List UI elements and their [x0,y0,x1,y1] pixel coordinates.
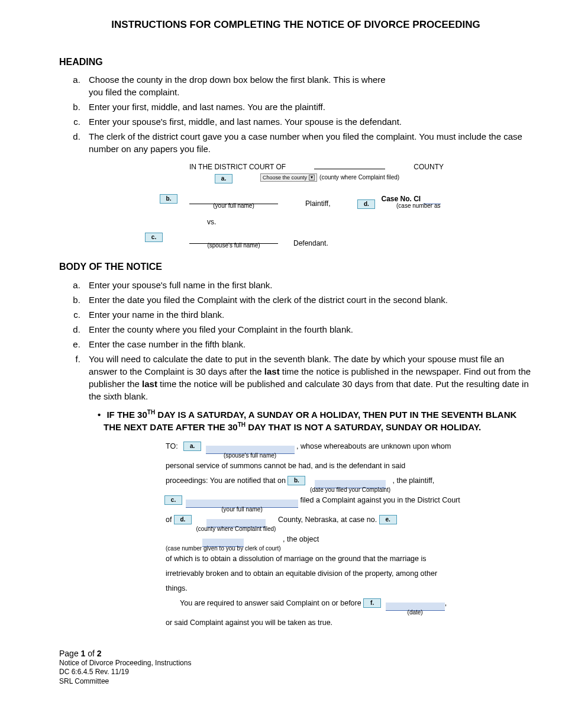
caption: (county where Complaint filed) [319,173,399,182]
chevron-down-icon: ▼ [309,175,315,181]
marker-d: d. [357,199,375,209]
label: IN THE DISTRICT COURT OF [189,162,286,172]
text: County, Nebraska, at case no. [278,516,379,524]
instr-item: Enter your spouse's full name in the fir… [83,279,532,291]
instr-item: Enter the case number in the fifth blank… [83,338,532,350]
form-body-mock: TO: a. (spouse's full name) , whose wher… [166,439,506,630]
marker-c: c. [164,495,182,505]
text: filed a Complaint against you in the Dis… [300,496,460,504]
text: of [166,516,174,524]
instr-item: Enter the date you filed the Complaint w… [83,294,532,306]
caption: (date you filed your Complaint) [310,487,390,493]
text: You are required to answer said Complain… [180,599,363,607]
form-header-mock: IN THE DISTRICT COURT OF COUNTY a. Choos… [189,161,444,249]
page-title: INSTRUCTIONS FOR COMPLETING THE NOTICE O… [59,18,532,32]
heading-instructions: Choose the county in the drop down box b… [83,73,532,155]
instr-item: Choose the county in the drop down box b… [83,73,402,98]
text: irretrievably broken and to obtain an eq… [166,566,506,581]
text: , whose whereabouts are unknown upon who… [296,442,451,450]
note-30th-day: IF THE 30TH DAY IS A SATURDAY, A SUNDAY … [104,408,532,433]
text: personal service of summons cannot be ha… [166,459,506,473]
footer-line: Notice of Divorce Proceeding, Instructio… [59,659,532,668]
marker-b: b. [160,194,177,204]
text: or said Complaint against you will be ta… [166,616,506,630]
text: things. [166,581,506,596]
marker-a: a. [183,442,201,451]
label: Case No. CI [381,195,421,203]
caption: (county where Complaint filed) [196,526,276,532]
county-dropdown[interactable]: Choose the county▼ [260,173,317,182]
text: of which is to obtain a dissolution of m… [166,552,506,566]
label: Defendant. [293,239,328,249]
section-body-label: BODY OF THE NOTICE [59,260,532,273]
label: TO: [166,442,178,450]
text: , the object [283,535,319,543]
text: , the plaintiff, [393,476,435,485]
marker-c: c. [145,233,163,242]
instr-item: Enter your spouse's first, middle, and l… [83,115,402,128]
marker-e: e. [379,515,397,524]
instr-item: You will need to calculate the date to p… [83,353,532,402]
instr-item: Enter your name in the third blank. [83,308,532,321]
instr-item: Enter the county where you filed your Co… [83,323,532,336]
marker-f: f. [363,598,381,608]
text: proceedings: You are notified that on [166,476,288,485]
marker-a: a. [215,174,232,183]
instr-item: Enter your first, middle, and last names… [83,101,532,113]
instr-item: The clerk of the district court gave you… [83,130,532,155]
blank-county [314,161,385,169]
marker-d: d. [174,515,192,524]
label-vs: vs. [207,217,444,227]
page-footer: Page 1 of 2 Notice of Divorce Proceeding… [59,648,532,687]
caption: (case number given to you by clerk of co… [166,546,281,552]
footer-line: DC 6:6.4.5 Rev. 11/19 [59,668,532,677]
label: Plaintiff, [305,199,330,209]
section-heading-label: HEADING [59,56,532,69]
marker-b: b. [288,476,305,485]
body-instructions: Enter your spouse's full name in the fir… [83,279,532,402]
footer-line: SRL Committee [59,677,532,687]
label: COUNTY [414,162,444,172]
